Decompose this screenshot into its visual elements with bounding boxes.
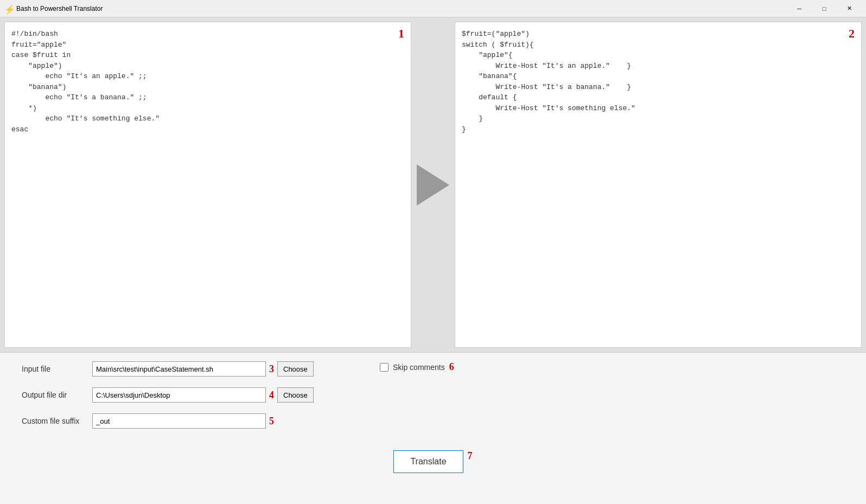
close-button[interactable]: ✕ [837,0,862,17]
skip-comments-checkbox[interactable] [380,363,389,372]
left-panel: 1 [4,22,411,348]
skip-comments-label: Skip comments [393,363,445,372]
skip-comments-row: Skip comments 6 [380,361,454,373]
skip-comments-number: 6 [449,361,454,373]
input-file-row: Input file 3 Choose Skip comments 6 [22,361,844,377]
suffix-row: Custom file suffix 5 [22,413,844,429]
app-icon: ⚡ [4,4,13,13]
left-panel-number: 1 [398,27,404,41]
bottom-controls: Input file 3 Choose Skip comments 6 Outp… [0,352,866,504]
right-panel-number: 2 [849,27,855,41]
main-content: 1 2 Input file 3 Choose [0,17,866,504]
form-wrapper: Input file 3 Choose Skip comments 6 Outp… [22,361,844,473]
titlebar: ⚡ Bash to Powershell Translator ─ □ ✕ [0,0,866,17]
powershell-code-output[interactable] [455,22,861,347]
translate-button[interactable]: Translate [393,450,463,473]
bash-code-input[interactable] [5,22,411,347]
play-button[interactable] [417,163,449,207]
input-file-field[interactable] [92,361,266,377]
right-panel: 2 [455,22,862,348]
suffix-number: 5 [269,416,274,427]
suffix-field[interactable] [92,413,266,429]
translate-number: 7 [468,450,473,473]
input-file-number: 3 [269,363,274,375]
center-divider [411,17,455,352]
suffix-label: Custom file suffix [22,417,92,425]
output-dir-field[interactable] [92,387,266,403]
input-file-choose-button[interactable]: Choose [277,361,314,377]
minimize-button[interactable]: ─ [787,0,812,17]
editor-area: 1 2 [0,17,866,352]
window-controls: ─ □ ✕ [787,0,862,17]
input-file-label: Input file [22,365,92,373]
output-dir-choose-button[interactable]: Choose [277,387,314,403]
app-title: Bash to Powershell Translator [16,5,787,12]
translate-row: Translate 7 [22,450,844,473]
output-dir-number: 4 [269,390,274,401]
maximize-button[interactable]: □ [812,0,837,17]
output-dir-row: Output file dir 4 Choose [22,387,844,403]
play-triangle-icon [417,164,449,206]
output-dir-label: Output file dir [22,391,92,399]
